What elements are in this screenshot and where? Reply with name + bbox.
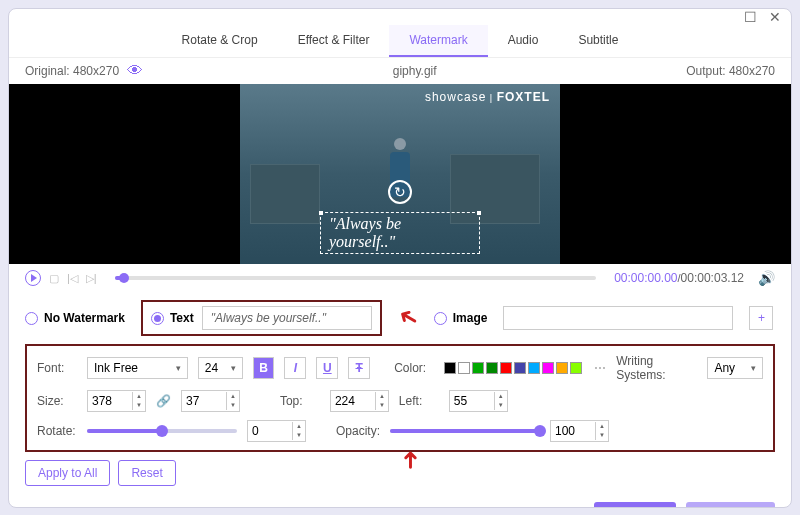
- italic-button[interactable]: I: [284, 357, 306, 379]
- text-watermark-group: Text: [141, 300, 382, 336]
- replay-icon[interactable]: ↻: [388, 180, 412, 204]
- rotate-stepper[interactable]: ▲▼: [247, 420, 306, 442]
- image-label: Image: [453, 311, 488, 325]
- ok-button[interactable]: OK: [594, 502, 675, 508]
- opacity-stepper[interactable]: ▲▼: [550, 420, 609, 442]
- action-buttons-row: Apply to All Reset ➜: [9, 452, 791, 494]
- text-watermark-option[interactable]: Text: [151, 311, 194, 325]
- tabs-bar: Rotate & Crop Effect & Filter Watermark …: [9, 25, 791, 58]
- watermark-type-row: No Watermark Text ➜ Image +: [9, 292, 791, 344]
- radio-icon: [151, 312, 164, 325]
- watermark-text-input[interactable]: [202, 306, 372, 330]
- rotate-slider[interactable]: [87, 429, 237, 433]
- brand-overlay: showcase | FOXTEL: [425, 90, 550, 104]
- volume-icon[interactable]: 🔊: [758, 270, 775, 286]
- color-swatches: [444, 362, 582, 374]
- apply-to-all-button[interactable]: Apply to All: [25, 460, 110, 486]
- radio-icon: [25, 312, 38, 325]
- playback-bar: ▢ |◁ ▷| 00:00:00.00/00:00:03.12 🔊: [9, 264, 791, 292]
- writing-systems-label: Writing Systems:: [616, 354, 697, 382]
- color-swatch[interactable]: [556, 362, 568, 374]
- stop-button[interactable]: ▢: [49, 272, 59, 285]
- close-icon[interactable]: ✕: [769, 9, 781, 25]
- fontsize-select[interactable]: 24: [198, 357, 243, 379]
- more-colors-icon[interactable]: ⋯: [594, 361, 606, 375]
- color-swatch[interactable]: [458, 362, 470, 374]
- visibility-icon[interactable]: 👁: [127, 62, 143, 80]
- timeline-slider[interactable]: [115, 276, 596, 280]
- top-label: Top:: [280, 394, 320, 408]
- reset-button[interactable]: Reset: [118, 460, 175, 486]
- maximize-icon[interactable]: ☐: [744, 9, 757, 25]
- color-label: Color:: [394, 361, 434, 375]
- timecode: 00:00:00.00/00:00:03.12: [614, 271, 744, 285]
- watermark-overlay[interactable]: "Always be yourself..": [320, 212, 480, 254]
- top-stepper[interactable]: ▲▼: [330, 390, 389, 412]
- opacity-label: Opacity:: [336, 424, 380, 438]
- radio-icon: [434, 312, 447, 325]
- bold-button[interactable]: B: [253, 357, 275, 379]
- cancel-button[interactable]: Cancel: [686, 502, 775, 508]
- height-stepper[interactable]: ▲▼: [181, 390, 240, 412]
- text-label: Text: [170, 311, 194, 325]
- tab-watermark[interactable]: Watermark: [389, 25, 487, 57]
- tab-audio[interactable]: Audio: [488, 25, 559, 57]
- color-swatch[interactable]: [570, 362, 582, 374]
- width-stepper[interactable]: ▲▼: [87, 390, 146, 412]
- left-label: Left:: [399, 394, 439, 408]
- font-select[interactable]: Ink Free: [87, 357, 188, 379]
- play-button[interactable]: [25, 270, 41, 286]
- color-swatch[interactable]: [514, 362, 526, 374]
- app-window: ☐ ✕ Rotate & Crop Effect & Filter Waterm…: [8, 8, 792, 508]
- video-preview[interactable]: showcase | FOXTEL ↻ "Always be yourself.…: [9, 84, 791, 264]
- tab-rotate-crop[interactable]: Rotate & Crop: [162, 25, 278, 57]
- color-swatch[interactable]: [542, 362, 554, 374]
- tab-effect-filter[interactable]: Effect & Filter: [278, 25, 390, 57]
- tab-subtitle[interactable]: Subtitle: [558, 25, 638, 57]
- output-size-label: Output: 480x270: [686, 64, 775, 78]
- size-label: Size:: [37, 394, 77, 408]
- original-size-label: Original: 480x270: [25, 64, 119, 78]
- info-bar: Original: 480x270 👁 giphy.gif Output: 48…: [9, 58, 791, 84]
- titlebar: ☐ ✕: [9, 9, 791, 25]
- opacity-slider[interactable]: [390, 429, 540, 433]
- add-image-button[interactable]: +: [749, 306, 773, 330]
- no-watermark-option[interactable]: No Watermark: [25, 311, 125, 325]
- annotation-arrow-icon: ➜: [396, 450, 424, 470]
- color-swatch[interactable]: [486, 362, 498, 374]
- no-watermark-label: No Watermark: [44, 311, 125, 325]
- color-swatch[interactable]: [528, 362, 540, 374]
- writing-systems-select[interactable]: Any: [707, 357, 763, 379]
- annotation-arrow-icon: ➜: [392, 301, 423, 335]
- dialog-footer: OK Cancel: [9, 494, 791, 508]
- prev-frame-button[interactable]: |◁: [67, 272, 78, 285]
- underline-button[interactable]: U: [316, 357, 338, 379]
- strikethrough-button[interactable]: Ŧ: [348, 357, 370, 379]
- color-swatch[interactable]: [472, 362, 484, 374]
- rotate-label: Rotate:: [37, 424, 77, 438]
- left-stepper[interactable]: ▲▼: [449, 390, 508, 412]
- filename-label: giphy.gif: [393, 64, 437, 78]
- image-watermark-option[interactable]: Image: [434, 311, 488, 325]
- properties-panel: Font: Ink Free 24 B I U Ŧ Color: ⋯ Writi…: [25, 344, 775, 452]
- font-label: Font:: [37, 361, 77, 375]
- image-path-input[interactable]: [503, 306, 733, 330]
- color-swatch[interactable]: [500, 362, 512, 374]
- color-swatch[interactable]: [444, 362, 456, 374]
- next-frame-button[interactable]: ▷|: [86, 272, 97, 285]
- video-frame: showcase | FOXTEL ↻ "Always be yourself.…: [240, 84, 560, 264]
- link-icon[interactable]: 🔗: [156, 394, 171, 408]
